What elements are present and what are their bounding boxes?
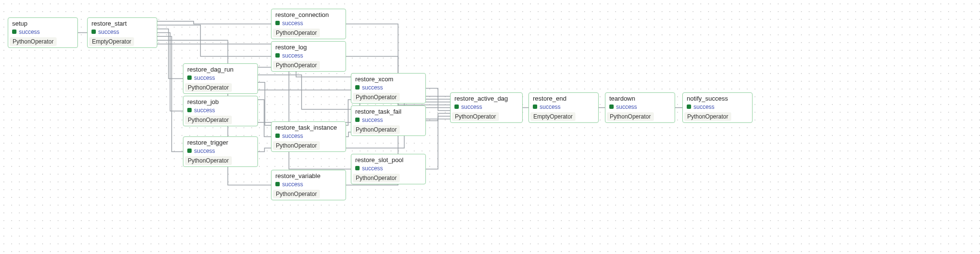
task-title: restore_dag_run xyxy=(183,64,257,75)
task-node-restore-trigger[interactable]: restore_triggersuccessPythonOperator xyxy=(183,136,258,167)
task-status-text: success xyxy=(194,107,215,114)
task-status-row: success xyxy=(529,104,598,111)
status-success-icon xyxy=(187,75,192,80)
task-status-row: success xyxy=(351,165,425,173)
task-status-text: success xyxy=(540,104,560,110)
edge xyxy=(426,113,450,120)
task-status-row: success xyxy=(271,133,346,140)
task-operator-badge: PythonOperator xyxy=(607,112,654,121)
task-status-row: success xyxy=(183,148,257,155)
status-success-icon xyxy=(187,149,192,153)
task-node-notify-success[interactable]: notify_successsuccessPythonOperator xyxy=(682,92,753,123)
task-operator-badge: PythonOperator xyxy=(353,93,400,102)
status-success-icon xyxy=(687,105,691,109)
task-status-row: success xyxy=(8,29,77,36)
status-success-icon xyxy=(355,85,360,90)
task-status-text: success xyxy=(282,181,303,188)
task-title: restore_task_instance xyxy=(271,122,346,133)
task-node-restore-slot-pool[interactable]: restore_slot_poolsuccessPythonOperator xyxy=(351,154,426,184)
task-status-row: success xyxy=(271,52,346,60)
task-status-text: success xyxy=(194,148,215,154)
task-status-text: success xyxy=(694,104,714,110)
task-operator-badge: PythonOperator xyxy=(353,174,400,182)
status-success-icon xyxy=(355,166,360,170)
task-status-text: success xyxy=(362,84,383,91)
task-operator-badge: PythonOperator xyxy=(185,156,232,165)
edge xyxy=(346,100,351,125)
status-success-icon xyxy=(187,108,192,112)
task-title: restore_end xyxy=(529,93,598,104)
task-status-row: success xyxy=(351,117,425,124)
status-success-icon xyxy=(355,118,360,122)
edge xyxy=(258,82,271,125)
task-operator-badge: PythonOperator xyxy=(10,37,57,46)
task-operator-badge: EmptyOperator xyxy=(530,112,575,121)
task-status-row: success xyxy=(351,84,425,92)
task-node-restore-active-dag[interactable]: restore_active_dagsuccessPythonOperator xyxy=(450,92,523,123)
status-success-icon xyxy=(275,53,280,58)
edge xyxy=(157,21,271,24)
task-status-text: success xyxy=(461,104,482,110)
edge xyxy=(426,116,450,169)
task-title: restore_connection xyxy=(271,9,346,20)
task-operator-badge: PythonOperator xyxy=(353,125,400,134)
status-success-icon xyxy=(454,105,459,109)
task-node-restore-end[interactable]: restore_endsuccessEmptyOperator xyxy=(528,92,599,123)
task-title: restore_active_dag xyxy=(451,93,522,104)
task-operator-badge: PythonOperator xyxy=(684,112,731,121)
task-title: restore_task_fail xyxy=(351,106,425,117)
task-status-row: success xyxy=(605,104,675,111)
task-status-row: success xyxy=(683,104,752,111)
task-title: teardown xyxy=(605,93,675,104)
task-status-text: success xyxy=(194,75,215,81)
task-title: restore_xcom xyxy=(351,74,425,84)
task-status-text: success xyxy=(362,165,383,172)
edge xyxy=(157,29,183,79)
task-node-teardown[interactable]: teardownsuccessPythonOperator xyxy=(605,92,675,123)
task-node-setup[interactable]: setupsuccessPythonOperator xyxy=(8,17,78,48)
status-success-icon xyxy=(275,182,280,186)
task-title: restore_slot_pool xyxy=(351,154,425,165)
edge xyxy=(258,75,351,109)
task-title: restore_log xyxy=(271,42,346,52)
task-node-restore-start[interactable]: restore_startsuccessEmptyOperator xyxy=(87,17,157,48)
task-title: restore_job xyxy=(183,96,257,107)
task-operator-badge: PythonOperator xyxy=(273,61,320,70)
task-operator-badge: PythonOperator xyxy=(273,190,320,198)
task-status-text: success xyxy=(282,133,303,139)
task-node-restore-variable[interactable]: restore_variablesuccessPythonOperator xyxy=(271,170,346,200)
status-success-icon xyxy=(275,134,280,138)
task-status-row: success xyxy=(271,181,346,189)
task-operator-badge: PythonOperator xyxy=(185,83,232,92)
task-status-text: success xyxy=(19,29,40,35)
task-node-restore-job[interactable]: restore_jobsuccessPythonOperator xyxy=(183,96,258,126)
edge xyxy=(346,132,351,137)
status-success-icon xyxy=(533,105,537,109)
edge xyxy=(258,148,271,152)
task-title: setup xyxy=(8,18,77,29)
task-operator-badge: EmptyOperator xyxy=(89,37,134,46)
status-success-icon xyxy=(609,105,614,109)
task-node-restore-connection[interactable]: restore_connectionsuccessPythonOperator xyxy=(271,9,346,39)
task-operator-badge: PythonOperator xyxy=(185,116,232,124)
task-title: restore_trigger xyxy=(183,137,257,148)
task-status-text: success xyxy=(98,29,119,35)
task-node-restore-task-instance[interactable]: restore_task_instancesuccessPythonOperat… xyxy=(271,121,346,152)
edge xyxy=(157,33,183,111)
task-status-row: success xyxy=(88,29,157,36)
task-node-restore-log[interactable]: restore_logsuccessPythonOperator xyxy=(271,41,346,72)
task-status-text: success xyxy=(282,20,303,27)
task-node-restore-task-fail[interactable]: restore_task_failsuccessPythonOperator xyxy=(351,105,426,136)
task-operator-badge: PythonOperator xyxy=(273,141,320,150)
task-status-row: success xyxy=(183,107,257,115)
task-status-row: success xyxy=(451,104,522,111)
task-status-text: success xyxy=(282,52,303,59)
task-node-restore-xcom[interactable]: restore_xcomsuccessPythonOperator xyxy=(351,73,426,104)
task-title: notify_success xyxy=(683,93,752,104)
task-node-restore-dag-run[interactable]: restore_dag_runsuccessPythonOperator xyxy=(183,63,258,94)
status-success-icon xyxy=(12,30,16,34)
task-status-text: success xyxy=(362,117,383,123)
edge xyxy=(157,25,271,57)
task-title: restore_start xyxy=(88,18,157,29)
task-status-text: success xyxy=(616,104,637,110)
